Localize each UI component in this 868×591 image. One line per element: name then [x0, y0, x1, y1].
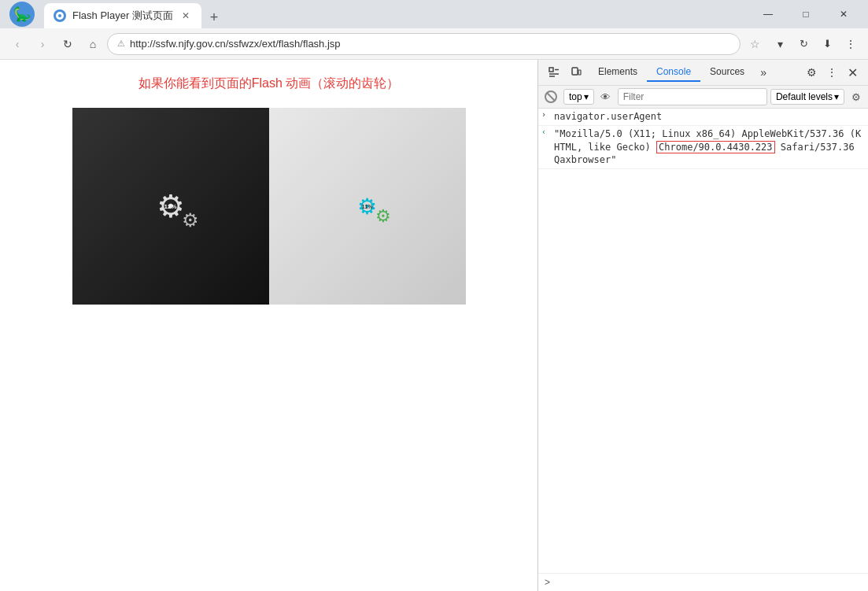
devtools-more-tabs-button[interactable]: »: [754, 63, 773, 82]
browser-logo[interactable]: 🦕: [9, 0, 38, 28]
gear-group-dark: ⚙ 12% ⚙: [152, 187, 190, 225]
devtools-close-button[interactable]: ✕: [843, 63, 862, 82]
new-tab-button[interactable]: +: [203, 6, 225, 28]
devtools-tabs: Elements Console Sources »: [589, 63, 799, 82]
home-button[interactable]: ⌂: [82, 33, 104, 55]
flash-right-panel: ⚙ 11% ⚙: [269, 108, 466, 305]
console-output: › navigator.userAgent ‹ "Mozilla/5.0 (X1…: [538, 109, 868, 573]
download-button[interactable]: ⬇: [816, 33, 838, 55]
gear-green-icon: ⚙: [375, 206, 391, 227]
console-line-useragent-expand[interactable]: › navigator.userAgent: [538, 109, 868, 126]
browser-window: 🦕 Flash Player 测试页面 ✕ + — □ ✕ ‹ › ↻ ⌂ ⚠ …: [0, 0, 868, 591]
console-input-line: >: [538, 573, 868, 591]
nav-bar: ‹ › ↻ ⌂ ⚠ http://ssfw.njfy.gov.cn/ssfwzx…: [0, 28, 868, 60]
gear-percent-dark: 12%: [164, 203, 176, 210]
minimize-button[interactable]: —: [750, 0, 786, 28]
bookmark-star-button[interactable]: ☆: [744, 33, 766, 55]
browser-tab[interactable]: Flash Player 测试页面 ✕: [44, 3, 201, 28]
gear-percent-light: 11%: [361, 204, 372, 209]
device-toolbar-button[interactable]: [567, 63, 585, 82]
console-useragent-value: "Mozilla/5.0 (X11; Linux x86_64) AppleWe…: [554, 127, 865, 167]
devtools-more-options-button[interactable]: ⋮: [822, 63, 841, 82]
devtools-toolbar: Elements Console Sources » ⚙ ⋮ ✕: [538, 60, 868, 86]
tab-bar: Flash Player 测试页面 ✕ +: [44, 0, 747, 28]
console-caret: >: [545, 577, 550, 588]
flash-left-panel: ⚙ 12% ⚙: [72, 108, 269, 305]
webpage: 如果你能看到页面的Flash 动画（滚动的齿轮） ⚙ 12% ⚙ ⚙ 11% ⚙: [0, 60, 537, 591]
console-line-useragent-value: ‹ "Mozilla/5.0 (X11; Linux x86_64) Apple…: [538, 126, 868, 169]
window-controls: — □ ✕: [750, 0, 862, 28]
console-clear-button[interactable]: [541, 87, 560, 106]
page-heading: 如果你能看到页面的Flash 动画（滚动的齿轮）: [16, 76, 522, 92]
flash-animation-container: ⚙ 12% ⚙ ⚙ 11% ⚙: [72, 108, 466, 305]
gear-group-light: ⚙ 11% ⚙: [352, 190, 383, 222]
console-levels-arrow: ▾: [834, 91, 839, 102]
inspect-element-button[interactable]: [545, 63, 563, 82]
gear-white-small-icon: ⚙: [182, 209, 199, 231]
close-button[interactable]: ✕: [826, 0, 862, 28]
tab-elements[interactable]: Elements: [589, 63, 647, 82]
tab-favicon: [54, 9, 66, 22]
expand-arrow-icon[interactable]: ›: [541, 110, 552, 119]
svg-rect-0: [549, 68, 553, 72]
url-display: http://ssfw.njfy.gov.cn/ssfwzx/ext/flash…: [130, 38, 730, 50]
title-bar: 🦕 Flash Player 测试页面 ✕ + — □ ✕: [0, 0, 868, 28]
back-button[interactable]: ‹: [6, 33, 28, 55]
bookmark-list-button[interactable]: ▾: [769, 33, 791, 55]
tab-close-button[interactable]: ✕: [179, 9, 192, 22]
tab-sources[interactable]: Sources: [700, 63, 754, 82]
forward-button[interactable]: ›: [31, 33, 54, 55]
console-levels-selector[interactable]: Default levels ▾: [770, 89, 844, 105]
result-arrow-icon: ‹: [541, 127, 552, 136]
console-context-label: top: [569, 91, 582, 102]
console-levels-label: Default levels: [776, 91, 833, 102]
main-content: 如果你能看到页面的Flash 动画（滚动的齿轮） ⚙ 12% ⚙ ⚙ 11% ⚙: [0, 60, 868, 591]
console-filter-input[interactable]: [618, 88, 767, 105]
maximize-button[interactable]: □: [788, 0, 824, 28]
tab-title: Flash Player 测试页面: [72, 9, 173, 23]
refresh-nav-button[interactable]: ↻: [792, 33, 814, 55]
nav-right-buttons: ▾ ↻ ⬇ ⋮: [769, 33, 862, 55]
console-toolbar: top ▾ 👁 Default levels ▾ ⚙: [538, 86, 868, 109]
ua-chrome-version: Chrome/90.0.4430.223: [656, 141, 775, 153]
refresh-button[interactable]: ↻: [57, 33, 79, 55]
console-context-arrow: ▾: [584, 91, 589, 102]
security-warning-icon: ⚠: [117, 39, 125, 49]
clear-icon: [545, 90, 557, 103]
console-context-selector[interactable]: top ▾: [563, 89, 594, 105]
svg-rect-5: [578, 70, 581, 75]
tab-console[interactable]: Console: [647, 63, 700, 82]
devtools-settings-button[interactable]: ⚙: [802, 63, 821, 82]
svg-rect-4: [572, 68, 578, 75]
devtools-panel: Elements Console Sources » ⚙ ⋮ ✕ top: [537, 60, 868, 591]
console-eye-button[interactable]: 👁: [597, 88, 615, 105]
address-bar[interactable]: ⚠ http://ssfw.njfy.gov.cn/ssfwzx/ext/fla…: [107, 33, 741, 55]
console-useragent-label: navigator.userAgent: [554, 110, 865, 124]
more-menu-button[interactable]: ⋮: [840, 33, 862, 55]
console-settings-button[interactable]: ⚙: [848, 88, 865, 105]
devtools-right-buttons: ⚙ ⋮ ✕: [802, 63, 862, 82]
